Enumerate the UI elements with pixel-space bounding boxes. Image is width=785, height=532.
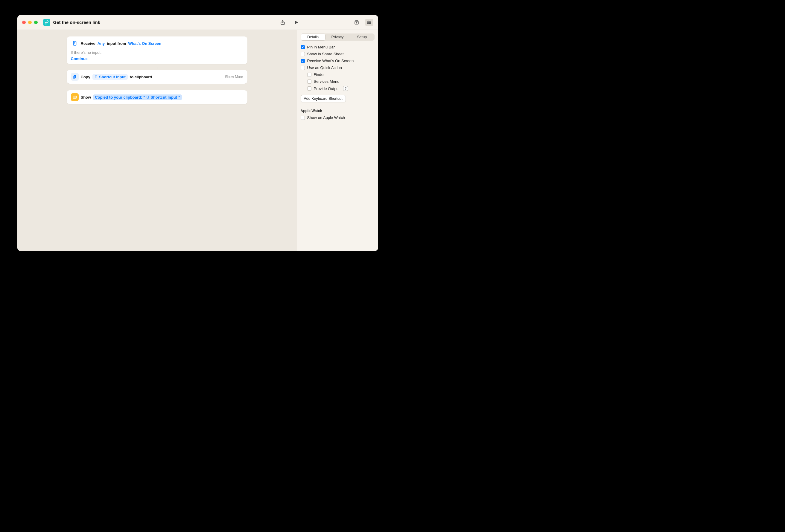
show-label: Show [81, 95, 91, 100]
app-window: Get the on-screen link [17, 15, 378, 251]
notification-content-token[interactable]: Copied to your clipboard: " Shortcut Inp… [93, 95, 182, 100]
label: Show in Share Sheet [307, 52, 344, 56]
svg-rect-14 [147, 96, 149, 98]
svg-point-3 [368, 21, 369, 22]
option-quick-action[interactable]: Use as Quick Action [301, 65, 375, 70]
copy-input-token[interactable]: Shortcut Input [93, 74, 128, 80]
label: Pin in Menu Bar [307, 45, 335, 49]
copy-token-text: Shortcut Input [99, 75, 126, 79]
svg-rect-12 [73, 96, 77, 98]
checkbox-icon[interactable] [301, 52, 305, 56]
option-show-on-watch[interactable]: Show on Apple Watch [301, 115, 375, 120]
receive-type-token[interactable]: Any [98, 41, 105, 46]
receive-input-from: input from [107, 41, 126, 46]
action-copy[interactable]: Copy Shortcut Input to clipboard Show Mo… [67, 70, 247, 84]
option-provide-output[interactable]: Provide Output ? [307, 86, 375, 91]
checkbox-icon[interactable] [301, 116, 305, 120]
minimize-button[interactable] [28, 21, 32, 24]
share-icon[interactable] [280, 20, 285, 25]
titlebar-actions [280, 19, 373, 26]
receive-source-token[interactable]: What's On Screen [128, 41, 161, 46]
titlebar: Get the on-screen link [17, 15, 378, 30]
label: Show on Apple Watch [307, 115, 345, 120]
continue-token[interactable]: Continue [71, 56, 88, 61]
body: Receive Any input from What's On Screen … [17, 30, 378, 251]
no-input-label: If there's no input: [71, 50, 243, 55]
label: Receive What's On Screen [307, 59, 354, 63]
label: Finder [314, 72, 325, 77]
library-icon[interactable] [352, 19, 361, 26]
checkbox-icon[interactable] [301, 59, 305, 63]
option-share-sheet[interactable]: Show in Share Sheet [301, 52, 375, 56]
svg-point-7 [368, 23, 369, 24]
window-controls [22, 21, 38, 24]
inspector-toggle-icon[interactable] [365, 19, 373, 26]
show-more-button[interactable]: Show More [225, 75, 243, 79]
action-receive[interactable]: Receive Any input from What's On Screen … [67, 36, 247, 64]
receive-icon [71, 39, 79, 47]
notif-prefix: Copied to your clipboard: " [95, 95, 145, 100]
apple-watch-header: Apple Watch [301, 109, 375, 113]
svg-rect-11 [95, 76, 97, 78]
label: Services Menu [314, 79, 339, 84]
option-pin-menu-bar[interactable]: Pin in Menu Bar [301, 45, 375, 49]
add-keyboard-shortcut-button[interactable]: Add Keyboard Shortcut [301, 95, 346, 102]
checkbox-icon[interactable] [307, 73, 311, 77]
canvas[interactable]: Receive Any input from What's On Screen … [17, 30, 297, 251]
tab-setup[interactable]: Setup [350, 34, 374, 41]
svg-point-5 [369, 22, 370, 23]
action-show[interactable]: Show Copied to your clipboard: " Shortcu… [67, 90, 247, 104]
inspector-panel: Details Privacy Setup Pin in Menu Bar Sh… [297, 30, 378, 251]
details-options: Pin in Menu Bar Show in Share Sheet Rece… [301, 45, 375, 91]
label: Provide Output [314, 86, 340, 91]
clipboard-icon [71, 73, 79, 81]
tab-privacy[interactable]: Privacy [326, 34, 350, 41]
copy-suffix: to clipboard [130, 75, 152, 79]
shortcut-icon [43, 19, 50, 26]
zoom-button[interactable] [34, 21, 38, 24]
option-services-menu[interactable]: Services Menu [307, 79, 375, 84]
option-finder[interactable]: Finder [307, 72, 375, 77]
notification-icon [71, 93, 79, 101]
run-icon[interactable] [294, 20, 299, 25]
label: Use as Quick Action [307, 65, 342, 70]
receive-label: Receive [81, 41, 96, 46]
svg-rect-10 [73, 76, 75, 79]
checkbox-icon[interactable] [307, 80, 311, 84]
option-receive-screen[interactable]: Receive What's On Screen [301, 59, 375, 63]
help-icon[interactable]: ? [343, 86, 348, 91]
inspector-tabs: Details Privacy Setup [301, 33, 375, 41]
notif-suffix: " [178, 95, 180, 100]
checkbox-icon[interactable] [307, 86, 311, 90]
close-button[interactable] [22, 21, 26, 24]
copy-label: Copy [81, 75, 91, 79]
connector [157, 67, 157, 69]
notif-token: Shortcut Input [150, 95, 177, 100]
checkbox-icon[interactable] [301, 45, 305, 49]
checkbox-icon[interactable] [301, 66, 305, 70]
tab-details[interactable]: Details [301, 34, 325, 41]
window-title: Get the on-screen link [53, 20, 101, 25]
